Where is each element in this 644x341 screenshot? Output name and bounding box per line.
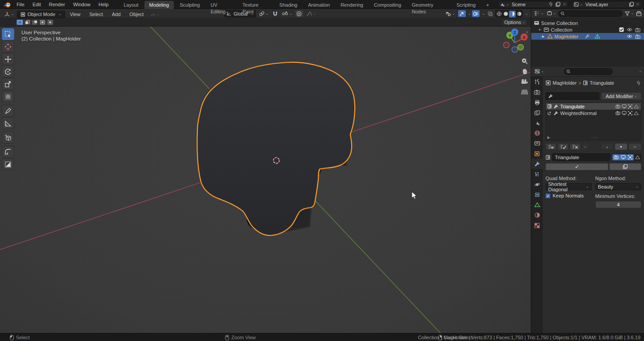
tab-constraints[interactable] [531, 189, 543, 200]
blender-logo[interactable] [3, 1, 12, 8]
tab-physics[interactable] [531, 179, 543, 189]
modifier-editmode-toggle[interactable] [627, 154, 634, 160]
editmode-toggle-icon[interactable] [628, 111, 632, 115]
chevron-down-icon[interactable]: ⌄ [525, 12, 528, 16]
pin-icon[interactable] [636, 81, 641, 86]
shading-rendered-button[interactable] [516, 11, 522, 17]
tab-layout[interactable]: Layout [119, 1, 144, 9]
menu-file[interactable]: File [12, 0, 29, 9]
shading-wireframe-button[interactable] [496, 11, 502, 17]
camera-view-button[interactable] [519, 77, 529, 86]
gizmo-neg-x[interactable] [504, 42, 509, 48]
tab-material[interactable] [531, 210, 543, 220]
add-modifier-button[interactable]: Add Modifier ⌄ [601, 92, 641, 100]
snap-toggle[interactable] [271, 10, 279, 17]
toggle-visibility-all-button[interactable] [546, 143, 557, 150]
viewport-menu-add[interactable]: Add [108, 10, 125, 19]
tab-animation[interactable]: Animation [303, 1, 335, 9]
modifier-list-row-weightednormal[interactable]: WeightedNormal [546, 110, 641, 116]
outliner-row-magholder[interactable]: ▶ MagHolder [531, 33, 644, 40]
options-dropdown[interactable]: Options ⌄ [502, 19, 527, 25]
scene-name[interactable]: Scene [509, 2, 528, 7]
hide-eye-icon[interactable] [627, 28, 632, 32]
menu-help[interactable]: Help [94, 0, 113, 9]
modifier-list-row-triangulate[interactable]: Triangulate [546, 103, 641, 110]
cage-toggle-icon[interactable] [634, 104, 639, 109]
tool-add-cube[interactable] [2, 131, 14, 144]
scene-selector[interactable]: ⌄ Scene ✕ [498, 1, 568, 8]
modifier-search-field[interactable] [546, 92, 599, 100]
exclude-checkbox[interactable] [619, 27, 624, 32]
tool-measure[interactable] [2, 117, 14, 129]
tab-geometry-nodes[interactable]: Geometry Nodes [407, 1, 451, 9]
outliner-row-scene-collection[interactable]: Scene Collection [531, 20, 644, 26]
menu-render[interactable]: Render [45, 0, 69, 9]
outliner-row-collection[interactable]: ▼ Collection [531, 26, 644, 33]
keep-normals-checkbox[interactable]: ✓ [546, 193, 550, 198]
add-workspace-button[interactable]: + [481, 1, 494, 9]
tab-scene[interactable] [531, 118, 543, 128]
disclosure-right-icon[interactable]: ▶ [541, 35, 546, 38]
move-modifier-up-button[interactable]: ▲ [601, 143, 614, 150]
move-modifier-down-button[interactable]: ▼ [615, 143, 628, 150]
mode-selector[interactable]: Object Mode ⌄ [17, 11, 65, 18]
delete-scene-icon[interactable]: ✕ [562, 2, 566, 7]
tab-rendering[interactable]: Rendering [336, 1, 368, 9]
tab-uv-editing[interactable]: UV Editing [205, 1, 237, 9]
viewport-menu-select[interactable]: Select [85, 10, 107, 19]
orthographic-toggle-button[interactable] [519, 86, 529, 96]
tab-sculpting[interactable]: Sculpting [175, 1, 205, 9]
pin-icon[interactable] [549, 2, 554, 7]
view-layer-selector[interactable]: ⌄ ViewLayer ✕ [572, 1, 641, 8]
viewport-menu-object[interactable]: Object [126, 10, 148, 19]
resize-grip[interactable]: ···· [591, 135, 599, 140]
select-mode-subtract-button[interactable] [31, 19, 39, 25]
expand-icon[interactable]: ▶ [547, 136, 550, 140]
tab-texture-paint[interactable]: Texture Paint [238, 1, 274, 9]
tab-object-data[interactable] [531, 200, 543, 210]
object-type-visibility-dropdown[interactable]: ⌄ [443, 10, 457, 17]
tab-modeling[interactable]: Modeling [144, 1, 174, 9]
tab-shading[interactable]: Shading [275, 1, 302, 9]
select-mode-invert-button[interactable] [39, 19, 46, 25]
tool-annotate[interactable] [2, 105, 14, 117]
tab-render[interactable] [531, 87, 543, 97]
quad-method-dropdown[interactable]: Shortest Diagonal ⌄ [546, 183, 592, 190]
min-vertices-field[interactable]: 4 [595, 201, 642, 208]
apply-all-button[interactable] [558, 143, 569, 150]
tool-fallback-button[interactable]: ⌄ [148, 11, 161, 18]
zoom-view-button[interactable] [519, 56, 529, 66]
new-scene-icon[interactable] [555, 2, 561, 7]
select-mode-set-button[interactable] [16, 19, 24, 25]
shading-solid-button[interactable] [502, 11, 509, 17]
chevron-down-icon[interactable]: ⌄ [639, 70, 642, 73]
realtime-toggle-icon[interactable] [622, 104, 627, 108]
disclosure-down-icon[interactable]: ▼ [537, 28, 542, 31]
tool-blend[interactable] [2, 158, 14, 170]
gizmo-neg-z[interactable] [512, 47, 518, 53]
editor-type-button[interactable]: ⌄ [2, 11, 16, 18]
tab-modifiers[interactable] [531, 159, 543, 169]
delete-view-layer-icon[interactable]: ✕ [636, 2, 640, 7]
tab-particles[interactable] [531, 169, 543, 179]
pan-view-button[interactable] [519, 66, 529, 76]
xray-toggle[interactable] [486, 10, 494, 17]
outliner-filter-button[interactable]: ⌄ [624, 10, 635, 17]
breadcrumb-object[interactable]: MagHolder [553, 80, 577, 86]
viewport-menu-view[interactable]: View [66, 10, 85, 19]
tool-scale[interactable] [2, 78, 14, 90]
outliner-editor-type-button[interactable]: ⌄ [533, 10, 545, 17]
tool-corner[interactable] [2, 146, 14, 158]
render-toggle-icon[interactable] [615, 104, 620, 108]
tab-texture[interactable] [531, 220, 543, 230]
snap-target-dropdown[interactable]: ⌄ [280, 10, 294, 17]
view-layer-name[interactable]: ViewLayer [582, 2, 611, 7]
show-overlays-toggle[interactable] [472, 10, 480, 17]
tool-select-box[interactable] [2, 28, 14, 40]
proportional-falloff-dropdown[interactable]: ⌄ [304, 10, 318, 17]
remove-modifier-button[interactable]: − [628, 143, 641, 150]
shading-material-button[interactable] [509, 11, 516, 17]
modifier-name-input[interactable]: Triangulate [552, 153, 610, 161]
tab-scripting[interactable]: Scripting [451, 1, 480, 9]
tool-move[interactable] [2, 53, 14, 65]
